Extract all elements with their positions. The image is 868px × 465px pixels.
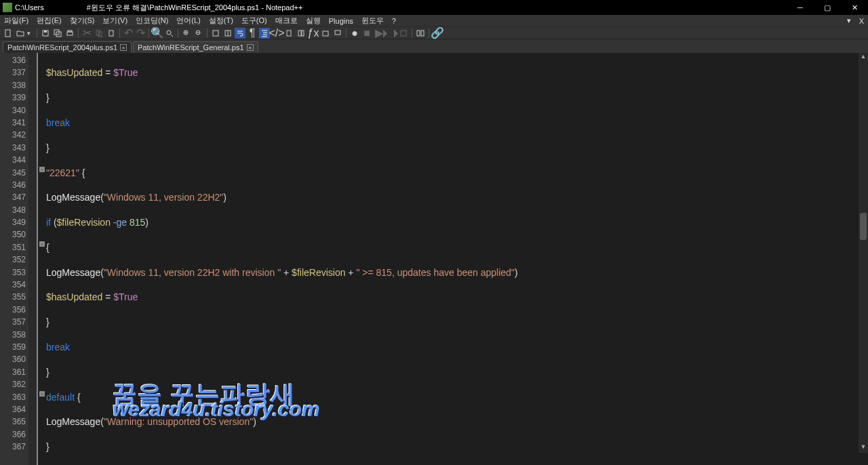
menu-window[interactable]: 윈도우 [357,16,388,26]
line-number: 336 [0,54,26,66]
code-line: -default { [46,391,868,403]
zoom-in-icon[interactable] [181,28,192,39]
fold-column[interactable] [28,53,37,465]
separator [207,28,208,38]
svg-rect-21 [401,31,406,36]
svg-rect-23 [421,31,424,36]
svg-rect-17 [298,31,301,36]
svg-rect-22 [417,31,420,36]
tab-close-icon[interactable]: × [247,44,254,51]
svg-rect-13 [213,31,218,36]
menu-edit[interactable]: 편집(E) [33,16,66,26]
open-dropdown[interactable]: ▾ [27,28,34,38]
doc-list-icon[interactable] [296,28,307,39]
code-line [46,228,868,241]
zoom-out-icon[interactable] [193,28,204,39]
svg-rect-0 [5,30,10,37]
code-line: if ($fileRevision -ge 815) [46,216,868,228]
sync-v-icon[interactable] [210,28,221,39]
copy-icon[interactable] [94,28,104,39]
code-line [46,154,868,166]
wordwrap-icon[interactable] [235,28,245,39]
editor[interactable]: 3363373383393403413423433443453463473483… [0,53,868,465]
menu-language[interactable]: 언어(L) [172,16,204,26]
menu-x[interactable]: X [855,17,868,25]
line-number: 342 [0,129,26,141]
stop-icon[interactable]: ■ [361,28,372,39]
separator [37,28,37,38]
find-icon[interactable]: 🔍 [152,28,163,39]
svg-rect-9 [109,31,113,36]
code-line [46,304,868,316]
close-button[interactable]: ✕ [841,0,868,15]
monitor-icon[interactable] [332,28,343,39]
paste-icon[interactable] [106,28,117,39]
code-line: break [46,341,868,353]
showall-icon[interactable]: ¶ [247,28,258,39]
replace-icon[interactable] [164,28,175,39]
scroll-down-icon[interactable]: ▼ [860,443,867,453]
scroll-thumb[interactable] [860,213,867,240]
tab-close-icon[interactable]: × [120,44,127,51]
line-number: 348 [0,204,26,216]
menu-settings[interactable]: 설정(T) [205,16,237,26]
link-icon[interactable]: 🔗 [432,28,443,39]
sync-h-icon[interactable] [222,28,233,39]
tab-inactive[interactable]: PatchWinREScript_General.ps1 × [133,41,258,53]
menu-help[interactable]: ? [388,17,400,25]
svg-rect-20 [335,31,340,35]
save-macro-icon[interactable] [398,28,409,39]
folder-icon[interactable] [320,28,331,39]
line-number: 346 [0,179,26,191]
compare-icon[interactable] [415,28,426,39]
vertical-scrollbar[interactable]: ▲ ▼ [859,53,868,453]
line-number: 354 [0,279,26,291]
print-icon[interactable] [64,28,75,39]
menu-run[interactable]: 실행 [302,16,325,26]
line-number: 355 [0,291,26,303]
line-number: 356 [0,304,26,316]
code-line [46,279,868,291]
minimize-button[interactable]: ─ [787,0,814,15]
code-line [46,428,868,441]
separator [429,28,429,38]
menu-file[interactable]: 파일(F) [0,16,33,26]
tab-label: PatchWinREScript_2004plus.ps1 [7,43,117,52]
fold-marker-icon[interactable]: - [39,241,45,247]
code-line [46,204,868,216]
open-file-icon[interactable] [15,28,26,39]
window-title: C:\Users #윈도우 오류 해결\PatchWinREScript_200… [15,3,787,13]
menu-search[interactable]: 찾기(S) [66,16,99,26]
record-icon[interactable]: ● [349,28,360,39]
save-icon[interactable] [40,28,51,39]
tab-active[interactable]: PatchWinREScript_2004plus.ps1 × [3,41,132,53]
maximize-button[interactable]: ▢ [814,0,841,15]
redo-icon[interactable]: ↷ [135,28,146,39]
code-area[interactable]: $hasUpdated = $True } break } -"22621" {… [38,53,868,465]
code-line: LogMessage("Windows 11, version 22H2 wit… [46,266,868,279]
cut-icon[interactable]: ✂ [81,28,92,39]
menu-view[interactable]: 보기(V) [98,16,132,26]
menu-encoding[interactable]: 인코딩(N) [132,16,172,26]
code-line [46,353,868,365]
svg-rect-5 [67,32,73,35]
function-list-icon[interactable]: ƒx [308,28,319,39]
line-number: 345 [0,167,26,179]
doc-map-icon[interactable] [283,28,294,39]
line-number-gutter: 3363373383393403413423433443453463473483… [0,53,28,465]
save-all-icon[interactable] [52,28,63,39]
menu-plugins[interactable]: Plugins [325,17,357,25]
undo-icon[interactable]: ↶ [123,28,134,39]
fold-marker-icon[interactable]: - [39,167,45,172]
scroll-up-icon[interactable]: ▲ [860,53,867,62]
new-file-icon[interactable] [3,28,14,39]
line-number: 361 [0,366,26,378]
svg-rect-2 [44,31,47,33]
menu-tools[interactable]: 도구(O) [237,16,271,26]
code-line [46,129,868,141]
code-tag-icon[interactable]: </> [271,28,282,39]
play-multi-icon[interactable]: ⏵⏵ [386,28,397,39]
menu-chevron[interactable]: ▾ [843,16,855,25]
menu-macro[interactable]: 매크로 [271,16,302,26]
fold-marker-icon[interactable]: - [39,391,45,397]
